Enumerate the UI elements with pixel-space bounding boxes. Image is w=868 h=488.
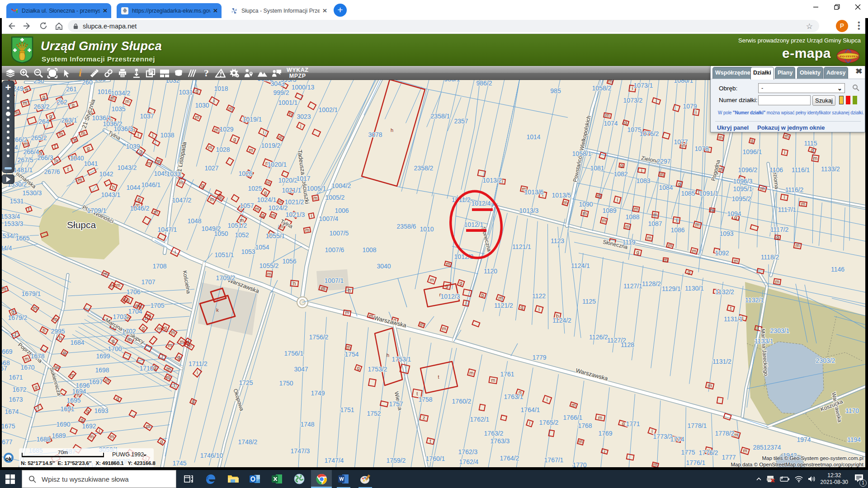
szukaj-button[interactable]: Szukaj bbox=[812, 95, 835, 106]
window-restore-button[interactable] bbox=[826, 0, 847, 14]
tab-obiekty[interactable]: Obiekty bbox=[797, 67, 823, 79]
svg-text:m: m bbox=[710, 207, 714, 213]
zoom-out-button[interactable] bbox=[5, 167, 12, 169]
zoom-level-dot[interactable] bbox=[7, 136, 9, 139]
swatch-red[interactable] bbox=[846, 96, 850, 104]
browser-tab-2[interactable]: https://przegladarka-ekw.ms.gov ✕ bbox=[117, 3, 222, 18]
cursor-icon[interactable] bbox=[61, 67, 72, 79]
zoom-level-dot[interactable] bbox=[7, 155, 9, 157]
polygon-icon[interactable] bbox=[173, 67, 184, 79]
obreb-select[interactable]: -⌄ bbox=[758, 83, 845, 93]
volume-icon[interactable] bbox=[808, 475, 816, 483]
warning-icon[interactable] bbox=[215, 67, 226, 79]
panel-toggle-arrow[interactable] bbox=[2, 174, 14, 184]
forward-icon[interactable] bbox=[21, 19, 33, 32]
tray-date[interactable]: 2021-08-30 bbox=[821, 479, 848, 486]
panel-search-icon[interactable] bbox=[852, 84, 859, 93]
window-close-button[interactable] bbox=[847, 0, 868, 14]
crs-dropdown-icon[interactable]: ⌄ bbox=[142, 450, 147, 457]
measure-icon[interactable] bbox=[89, 67, 100, 79]
home-icon[interactable] bbox=[52, 19, 65, 32]
profile-avatar[interactable]: P bbox=[836, 20, 848, 32]
info-icon[interactable]: i bbox=[75, 67, 86, 79]
outlook-icon[interactable] bbox=[245, 470, 265, 488]
hatch-icon[interactable] bbox=[187, 67, 198, 79]
globe-icon[interactable] bbox=[289, 470, 310, 488]
zoom-level-dot[interactable] bbox=[7, 100, 9, 103]
start-button[interactable] bbox=[5, 474, 15, 484]
parcel-label: 261 bbox=[66, 85, 77, 93]
new-tab-button[interactable]: + bbox=[334, 4, 347, 17]
parcel-label: 1084 bbox=[659, 184, 673, 191]
back-icon[interactable] bbox=[5, 19, 17, 32]
tab-close-icon[interactable]: ✕ bbox=[213, 7, 218, 14]
ukryj-panel-link[interactable]: Ukryj panel bbox=[717, 124, 749, 131]
parcel-label: 1120 bbox=[484, 267, 497, 275]
feedback-icon[interactable] bbox=[271, 67, 282, 79]
zoom-level-dot[interactable] bbox=[7, 142, 9, 145]
zoom-slider[interactable]: + bbox=[2, 80, 14, 173]
zoom-in-button[interactable]: + bbox=[2, 82, 14, 94]
user-pin-icon[interactable] bbox=[243, 67, 254, 79]
terrain-icon[interactable] bbox=[257, 67, 268, 79]
zoom-out-icon[interactable] bbox=[33, 67, 44, 79]
url-bar[interactable]: slupca.e-mapa.net ☆ bbox=[68, 20, 819, 32]
settings-icon[interactable] bbox=[229, 67, 240, 79]
tab-close-icon[interactable]: ✕ bbox=[103, 7, 108, 14]
explorer-icon[interactable] bbox=[222, 470, 243, 488]
layout-icon[interactable] bbox=[159, 67, 170, 79]
map-viewport[interactable]: mgggggmgmmtimmmgmhmtmmmhmiigimgimmmgmmmj… bbox=[2, 80, 865, 467]
browser-tab-3-active[interactable]: Słupca - System Informacji Przes ✕ bbox=[226, 3, 331, 18]
numer-dzialki-input[interactable] bbox=[758, 95, 811, 105]
ok-button[interactable]: ok bbox=[4, 453, 14, 463]
svg-text:m: m bbox=[59, 131, 63, 136]
layers-icon[interactable] bbox=[5, 67, 16, 79]
bookmark-star-icon[interactable]: ☆ bbox=[806, 22, 813, 31]
window-minimize-button[interactable] bbox=[806, 0, 826, 14]
help-icon[interactable]: ? bbox=[201, 67, 212, 79]
url-text[interactable]: slupca.e-mapa.net bbox=[83, 23, 137, 30]
battery-icon[interactable] bbox=[780, 476, 790, 482]
link-icon[interactable] bbox=[103, 67, 114, 79]
map-canvas[interactable]: mgggggmgmmtimmmgmhmtmmmhmiigimgimmmgmmmj… bbox=[2, 80, 865, 467]
zoom-level-dot[interactable] bbox=[7, 94, 9, 97]
tab-close-icon[interactable]: ✕ bbox=[322, 7, 327, 14]
zoom-level-dot[interactable] bbox=[7, 118, 9, 121]
browser-tab-1[interactable]: Działka ul. Słoneczna - przemysla ✕ bbox=[6, 3, 111, 18]
tab-adresy[interactable]: Adresy bbox=[824, 67, 848, 79]
printer-error-icon[interactable] bbox=[766, 475, 775, 483]
download-pin-icon[interactable] bbox=[131, 67, 142, 79]
zoom-in-icon[interactable] bbox=[19, 67, 30, 79]
tab-dzialki[interactable]: Działki bbox=[750, 67, 774, 80]
select-area-icon[interactable] bbox=[47, 67, 58, 79]
zoom-level-dot[interactable] bbox=[7, 131, 9, 133]
zoom-level-dot[interactable] bbox=[6, 112, 10, 116]
copy-frame-icon[interactable] bbox=[145, 67, 156, 79]
swatch-yellow[interactable] bbox=[839, 96, 844, 104]
crs-label[interactable]: PUWG 1992 bbox=[112, 451, 144, 458]
taskview-icon[interactable] bbox=[178, 470, 199, 488]
tray-time[interactable]: 12:32 bbox=[821, 472, 848, 479]
pokazuj-link[interactable]: Pokazuj w jednym oknie bbox=[757, 124, 825, 131]
excel-icon[interactable] bbox=[267, 470, 288, 488]
wykaz-mpzp-button[interactable]: WYKAZ MPZP bbox=[287, 67, 308, 79]
tab-wspolrzedne[interactable]: Współrzędne bbox=[712, 67, 753, 79]
svg-text:m: m bbox=[775, 279, 779, 284]
browser-menu-icon[interactable]: ••• bbox=[858, 21, 862, 30]
swatch-green[interactable] bbox=[853, 96, 857, 104]
zoom-level-dot[interactable] bbox=[7, 107, 9, 109]
zoom-level-dot[interactable] bbox=[7, 125, 9, 127]
wifi-icon[interactable] bbox=[794, 475, 803, 483]
taskbar-search[interactable]: Wpisz tu wyszukiwane słowa bbox=[22, 470, 176, 488]
tray-chevron-icon[interactable] bbox=[756, 476, 762, 482]
notification-icon[interactable]: 1 bbox=[854, 474, 863, 484]
reload-icon[interactable] bbox=[37, 19, 50, 32]
word-icon[interactable] bbox=[333, 470, 354, 488]
print-icon[interactable] bbox=[117, 67, 128, 79]
panel-close-icon[interactable]: ✖ bbox=[855, 67, 862, 75]
chrome-icon[interactable] bbox=[311, 470, 332, 488]
edge-icon[interactable] bbox=[200, 470, 221, 488]
paint-icon[interactable] bbox=[355, 470, 376, 488]
tab-plany[interactable]: Plany bbox=[775, 67, 795, 79]
zoom-level-dot[interactable] bbox=[7, 149, 9, 151]
